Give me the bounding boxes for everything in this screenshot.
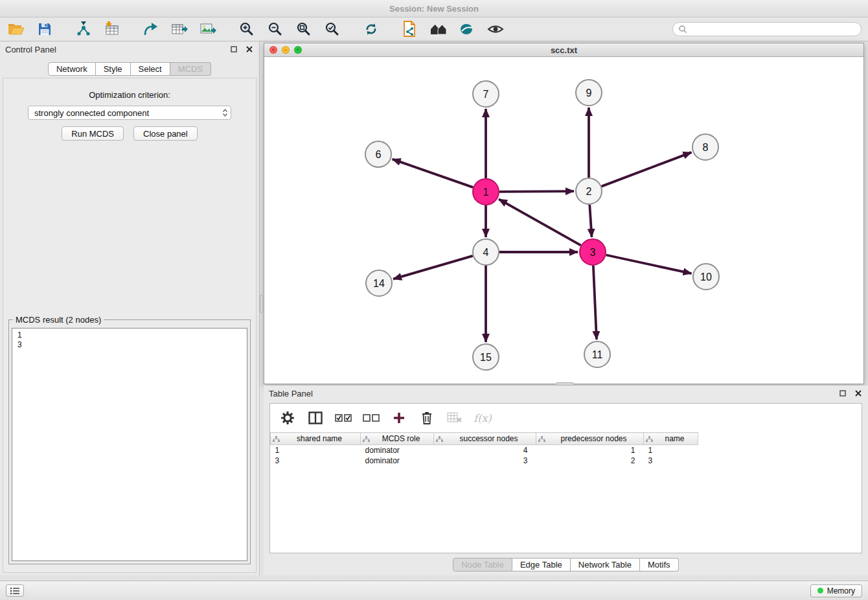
window-zoom-button[interactable]: + [294, 46, 302, 54]
table-cell[interactable]: 4 [434, 445, 536, 456]
tab-motifs[interactable]: Motifs [640, 558, 679, 571]
table-cell[interactable]: 3 [434, 456, 536, 466]
table-cell[interactable]: 3 [271, 456, 361, 466]
graph-node-1[interactable]: 1 [473, 179, 499, 205]
select-all-columns-button[interactable] [335, 410, 352, 426]
graph-edge-3-1[interactable] [499, 199, 581, 245]
column-label: MCDS role [382, 434, 420, 443]
graph-edge-3-10[interactable] [606, 255, 692, 274]
result-line: 3 [17, 340, 242, 350]
graph-node-14[interactable]: 14 [366, 270, 392, 296]
window-minimize-button[interactable]: − [282, 46, 290, 54]
column-header-MCDS-role[interactable]: MCDS role [361, 433, 434, 445]
export-image-button[interactable] [198, 19, 218, 39]
table-cell[interactable]: dominator [361, 445, 434, 456]
svg-text:6: 6 [376, 149, 382, 160]
graph-edge-4-14[interactable] [393, 256, 473, 279]
close-panel-button-mcds[interactable]: Close panel [133, 126, 198, 141]
fx-icon: f(x) [474, 412, 491, 424]
graph-node-6[interactable]: 6 [365, 141, 391, 167]
vertical-splitter-handle[interactable] [260, 295, 263, 313]
graph-node-3[interactable]: 3 [580, 239, 606, 265]
run-mcds-button[interactable]: Run MCDS [62, 126, 124, 141]
graph-edge-2-3[interactable] [589, 205, 591, 237]
open-session-button[interactable] [6, 19, 26, 39]
window-close-button[interactable]: × [269, 46, 277, 54]
task-history-button[interactable] [6, 584, 24, 597]
table-cell[interactable]: 1 [271, 445, 361, 456]
tab-style[interactable]: Style [96, 62, 131, 76]
header-filler [698, 433, 862, 445]
add-column-button[interactable] [391, 410, 407, 426]
refresh-button[interactable] [361, 19, 381, 39]
graph-edge-3-11[interactable] [593, 266, 597, 340]
column-header-shared-name[interactable]: shared name [271, 433, 361, 445]
zoom-in-button[interactable] [237, 19, 257, 39]
graph-node-9[interactable]: 9 [576, 80, 602, 106]
result-line: 1 [17, 330, 242, 340]
show-columns-button[interactable] [307, 410, 324, 426]
table-cell[interactable]: dominator [361, 456, 434, 466]
search-field[interactable] [672, 22, 862, 36]
zoom-fit-button[interactable] [294, 19, 314, 39]
show-graphics-button[interactable] [486, 19, 505, 39]
graph-node-15[interactable]: 15 [473, 344, 499, 370]
column-sort-icon [646, 435, 653, 444]
close-panel-button[interactable] [245, 45, 254, 54]
apply-style-button[interactable] [457, 19, 477, 39]
mcds-result-group: MCDS result (2 nodes) 13 [8, 319, 251, 564]
column-header-name[interactable]: name [644, 433, 698, 445]
tab-edge-table[interactable]: Edge Table [512, 558, 571, 571]
memory-button[interactable]: Memory [810, 584, 862, 597]
table-cell[interactable]: 3 [644, 456, 698, 466]
tab-network-table[interactable]: Network Table [571, 558, 640, 571]
criterion-select[interactable]: strongly connected component [28, 106, 231, 120]
tab-node-table[interactable]: Node Table [453, 558, 512, 571]
network-overview-button[interactable] [429, 19, 448, 39]
table-row[interactable]: 1dominator411 [271, 445, 862, 456]
zoom-selected-button[interactable] [323, 19, 342, 39]
import-table-button[interactable] [102, 19, 122, 39]
delete-column-button[interactable] [418, 410, 435, 426]
main-toolbar [0, 17, 868, 41]
graph-edge-1-2[interactable] [499, 191, 574, 192]
style-brush-icon [459, 22, 475, 36]
unselect-all-columns-button[interactable] [363, 410, 380, 426]
graph-edge-1-6[interactable] [393, 159, 474, 188]
export-group [141, 19, 218, 39]
houses-icon [429, 22, 448, 36]
node-table-container: f(x) shared nameMCDS rolesuccessor nodes… [269, 403, 862, 553]
svg-text:8: 8 [703, 142, 709, 153]
tab-select[interactable]: Select [131, 62, 170, 76]
export-network-button[interactable] [141, 19, 161, 39]
table-cell[interactable]: 2 [536, 456, 644, 466]
graph-node-8[interactable]: 8 [692, 134, 718, 160]
column-sort-icon [436, 435, 443, 444]
close-table-panel-button[interactable] [854, 389, 863, 398]
export-table-button[interactable] [170, 19, 189, 39]
tab-network[interactable]: Network [48, 62, 96, 76]
table-cell[interactable]: 1 [644, 445, 698, 456]
network-window-title: scc.txt [264, 45, 863, 55]
graph-node-2[interactable]: 2 [576, 178, 602, 204]
zoom-out-button[interactable] [266, 19, 285, 39]
clone-network-button[interactable] [400, 19, 420, 39]
float-table-panel-button[interactable] [838, 389, 847, 398]
graph-node-11[interactable]: 11 [584, 341, 610, 367]
table-row[interactable]: 3dominator323 [271, 456, 862, 466]
table-settings-button[interactable] [279, 410, 296, 426]
column-header-predecessor-nodes[interactable]: predecessor nodes [536, 433, 644, 445]
table-cell[interactable]: 1 [536, 445, 644, 456]
network-canvas[interactable]: 7968124314101511 [264, 57, 863, 384]
graph-node-4[interactable]: 4 [473, 239, 499, 265]
column-header-successor-nodes[interactable]: successor nodes [434, 433, 536, 445]
import-network-button[interactable] [74, 19, 93, 39]
graph-node-10[interactable]: 10 [693, 264, 719, 290]
graph-node-7[interactable]: 7 [473, 81, 499, 107]
search-input[interactable] [691, 25, 856, 34]
tab-mcds[interactable]: MCDS [170, 62, 211, 76]
graph-edge-2-8[interactable] [602, 152, 692, 187]
save-session-button[interactable] [35, 19, 54, 39]
app-title: Session: New Session [389, 4, 479, 14]
float-panel-button[interactable] [229, 45, 238, 54]
